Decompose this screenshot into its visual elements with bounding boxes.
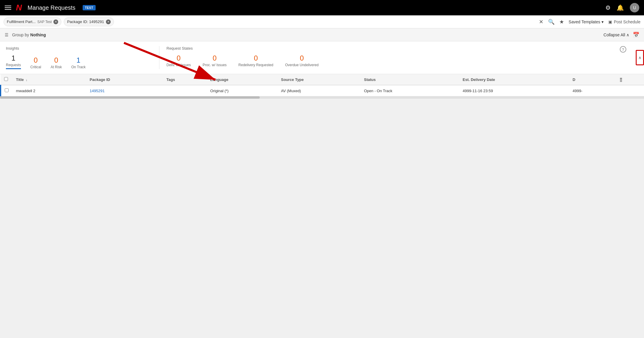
tab-fulfillment-close[interactable]: ✕	[53, 20, 58, 24]
help-icon-label: ?	[622, 47, 624, 52]
horizontal-scrollbar[interactable]	[0, 96, 644, 99]
metric-requests-value: 1	[12, 54, 15, 62]
col-package-id[interactable]: Package ID	[86, 74, 163, 85]
tab-bar: Fulfillment Part... SAP Test ✕ Package I…	[0, 15, 644, 28]
insights-title: Insights	[6, 46, 153, 51]
col-columns-icon[interactable]: ⣿	[616, 74, 644, 85]
collapse-all-label: Collapse All	[604, 32, 625, 37]
metric-redelivery-label: Redelivery Requested	[238, 63, 273, 67]
netflix-logo: N	[16, 3, 22, 12]
table-container: Title ↓ Package ID Tags Language Source …	[0, 74, 644, 99]
metric-critical: 0 Critical	[30, 56, 41, 69]
row1-est-delivery: 4999-11-16 23:59	[459, 85, 569, 96]
metric-proc-issues: 0 Proc. w/ Issues	[202, 54, 226, 67]
row1-tags	[163, 85, 207, 96]
metric-requests: 1 Requests	[6, 54, 21, 69]
avatar-label: U	[633, 5, 636, 10]
collapse-chevron-icon: ∧	[626, 32, 629, 37]
col-est-delivery[interactable]: Est. Delivery Date	[459, 74, 569, 85]
post-schedule-label: Post Schedule	[614, 20, 640, 24]
top-nav: N Manage Requests TEST ⚙ 🔔 U	[0, 0, 644, 15]
metric-proc-issues-label: Proc. w/ Issues	[202, 63, 226, 67]
metric-at-risk-value: 0	[54, 56, 58, 64]
metric-redelivery: 0 Redelivery Requested	[238, 54, 273, 67]
hamburger-menu[interactable]	[5, 6, 11, 10]
tab-actions: ✕ 🔍 ★ Saved Templates ▾ ▣ Post Schedule	[539, 19, 640, 25]
col-title[interactable]: Title ↓	[12, 74, 86, 85]
main-content: Insights 1 Requests 0 Critical 0 At Risk…	[0, 41, 644, 99]
row1-language: Original (*)	[207, 85, 277, 96]
nav-right: ⚙ 🔔 U	[605, 3, 639, 12]
row1-title: mwaddell 2	[12, 85, 86, 96]
saved-templates-button[interactable]: Saved Templates ▾	[569, 20, 604, 24]
help-icon[interactable]: ?	[620, 46, 626, 53]
data-table: Title ↓ Package ID Tags Language Source …	[0, 74, 644, 96]
group-by-value: Nothing	[30, 32, 46, 37]
col-tags-label: Tags	[166, 77, 175, 82]
metric-at-risk-label: At Risk	[50, 65, 62, 69]
metric-deliv-issues: 0 Deliv. w/ Issues	[166, 54, 191, 67]
saved-templates-chevron: ▾	[601, 20, 604, 24]
page-title: Manage Requests	[27, 4, 75, 11]
toolbar: ☰ Group by Nothing Collapse All ∧ 📅	[0, 28, 644, 41]
metric-requests-label: Requests	[6, 63, 21, 67]
post-schedule-button[interactable]: ▣ Post Schedule	[608, 20, 640, 24]
request-states-metrics: 0 Deliv. w/ Issues 0 Proc. w/ Issues 0 R…	[166, 54, 638, 67]
col-language[interactable]: Language	[207, 74, 277, 85]
col-title-label: Title	[16, 77, 24, 82]
tab-fulfillment-label: Fulfillment Part...	[7, 20, 36, 24]
col-language-label: Language	[210, 77, 228, 82]
tab-package[interactable]: Package ID: 1495291 ✕	[64, 17, 114, 26]
insights-section: Insights 1 Requests 0 Critical 0 At Risk…	[6, 46, 159, 69]
table-row: mwaddell 2 1495291 Original (*) AV (Muxe…	[1, 85, 644, 96]
col-checkbox	[1, 74, 12, 85]
metric-deliv-issues-label: Deliv. w/ Issues	[166, 63, 191, 67]
metric-critical-value: 0	[34, 56, 37, 64]
request-states-section: Request States 0 Deliv. w/ Issues 0 Proc…	[159, 46, 638, 69]
metric-on-track: 1 On Track	[71, 56, 86, 69]
select-all-checkbox[interactable]	[4, 77, 8, 81]
tab-fulfillment-sublabel: SAP Test	[37, 20, 52, 24]
search-tab-icon[interactable]: 🔍	[548, 19, 555, 25]
collapse-all-button[interactable]: Collapse All ∧	[604, 32, 629, 37]
metric-overdue-value: 0	[300, 54, 304, 62]
panel-collapse-icon: ∧	[638, 55, 641, 60]
insights-metrics: 1 Requests 0 Critical 0 At Risk 1 On Tra…	[6, 54, 153, 69]
filter-icon[interactable]: ☰	[5, 32, 9, 37]
row1-select-checkbox[interactable]	[5, 88, 9, 92]
calendar-icon[interactable]: 📅	[633, 32, 639, 38]
panel-collapse-button[interactable]: ∧	[636, 50, 644, 65]
row1-d: 4999-	[569, 85, 616, 96]
sort-arrow: ↓	[26, 78, 27, 82]
row1-extra	[616, 85, 644, 96]
metric-on-track-value: 1	[76, 56, 80, 64]
col-source-type-label: Source Type	[281, 77, 304, 82]
col-status[interactable]: Status	[360, 74, 459, 85]
avatar[interactable]: U	[630, 3, 639, 12]
col-source-type[interactable]: Source Type	[277, 74, 360, 85]
row1-source-type: AV (Muxed)	[277, 85, 360, 96]
col-d[interactable]: D	[569, 74, 616, 85]
scroll-thumb[interactable]	[0, 96, 260, 99]
metric-overdue: 0 Overdue Undelivered	[285, 54, 318, 67]
columns-grid-icon: ⣿	[620, 77, 622, 82]
metric-overdue-label: Overdue Undelivered	[285, 63, 318, 67]
notification-icon[interactable]: 🔔	[617, 4, 624, 11]
settings-icon[interactable]: ⚙	[605, 4, 611, 11]
close-tab-icon[interactable]: ✕	[539, 19, 543, 25]
metric-on-track-label: On Track	[71, 65, 86, 69]
row1-checkbox[interactable]	[1, 85, 12, 96]
tab-fulfillment[interactable]: Fulfillment Part... SAP Test ✕	[4, 17, 61, 26]
col-status-label: Status	[364, 77, 376, 82]
tab-package-close[interactable]: ✕	[106, 20, 111, 24]
row1-package-id[interactable]: 1495291	[86, 85, 163, 96]
monitor-icon: ▣	[608, 20, 612, 24]
col-d-label: D	[573, 77, 575, 82]
request-states-title: Request States	[166, 46, 638, 51]
col-est-delivery-label: Est. Delivery Date	[462, 77, 495, 82]
metric-deliv-issues-value: 0	[177, 54, 181, 62]
tab-package-label: Package ID: 1495291	[67, 20, 104, 24]
col-tags[interactable]: Tags	[163, 74, 207, 85]
metric-redelivery-value: 0	[254, 54, 258, 62]
star-icon[interactable]: ★	[559, 19, 564, 25]
